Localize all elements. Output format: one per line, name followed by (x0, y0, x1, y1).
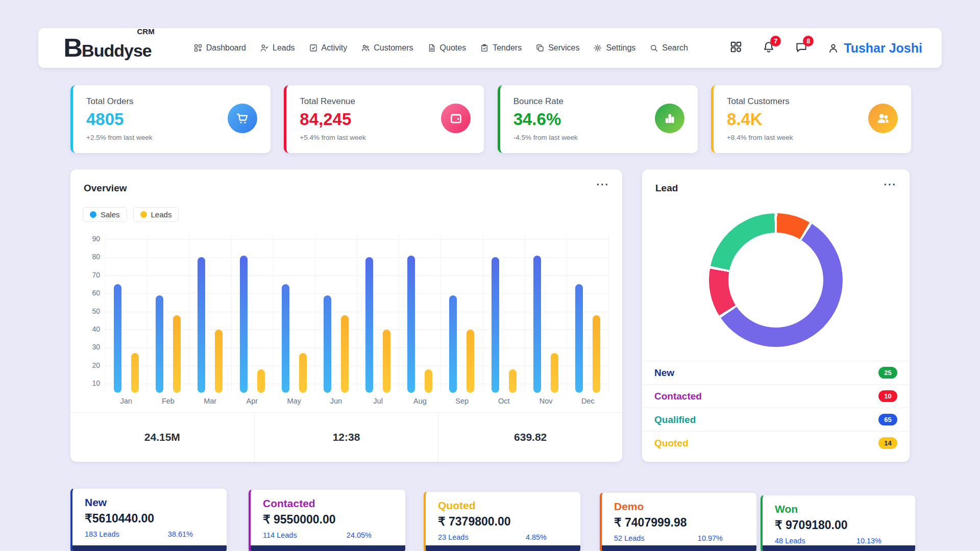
leads-bar-may[interactable] (299, 353, 307, 393)
notifications-count-badge: 7 (770, 36, 781, 46)
leads-bar-nov[interactable] (551, 353, 558, 393)
stat-card-total-revenue[interactable]: Total Revenue 84,245 +5.4% from last wee… (284, 85, 484, 153)
pipeline-title: Won (775, 503, 903, 515)
lead-row-contacted[interactable]: Contacted 10 (642, 384, 910, 408)
leads-bar-oct[interactable] (509, 369, 517, 393)
leads-bar-dec[interactable] (593, 315, 600, 393)
stat-card-total-orders[interactable]: Total Orders 4805 +2.5% from last week (70, 85, 271, 153)
nav-menu: Dashboard Leads Activity Customers Quote… (193, 43, 688, 53)
sales-bar-may[interactable] (282, 284, 289, 393)
pipeline-title: Demo (614, 500, 744, 513)
month-column-mar (189, 235, 231, 393)
legend-item-sales[interactable]: Sales (83, 207, 127, 222)
pipeline-leads: 52 Leads (614, 534, 645, 542)
nav-item-search[interactable]: Search (649, 43, 688, 53)
sales-bar-jan[interactable] (114, 284, 121, 393)
month-column-feb (148, 235, 189, 393)
lead-label: Qualified (654, 414, 696, 425)
pipeline-title: Contacted (263, 497, 393, 510)
pipeline-card-footer (763, 545, 915, 551)
x-axis-label: Sep (441, 397, 483, 405)
lead-donut-chart (709, 213, 843, 347)
sales-bar-jun[interactable] (324, 295, 331, 393)
nav-item-leads[interactable]: Leads (260, 43, 295, 53)
month-column-jan (105, 235, 148, 393)
lead-row-new[interactable]: New 25 (642, 361, 910, 384)
leads-bar-jun[interactable] (341, 315, 349, 393)
lead-row-qualified[interactable]: Qualified 65 (642, 408, 910, 431)
leads-bar-apr[interactable] (257, 369, 265, 393)
user-menu[interactable]: Tushar Joshi (827, 41, 922, 56)
pipeline-amount: ₹5610440.00 (85, 512, 214, 525)
stat-card-total-customers[interactable]: Total Customers 8.4K +8.4% from last wee… (711, 85, 911, 153)
sales-bar-aug[interactable] (407, 256, 415, 393)
leads-bar-sep[interactable] (467, 330, 474, 393)
leads-bar-aug[interactable] (425, 369, 432, 393)
person-icon (827, 42, 839, 54)
layers-icon (535, 43, 545, 53)
ellipsis-icon[interactable]: ⋯ (883, 177, 897, 192)
leads-bar-jul[interactable] (383, 330, 390, 393)
ellipsis-icon[interactable]: ⋯ (596, 177, 610, 192)
pipeline-card-footer (426, 545, 580, 551)
legend-item-leads[interactable]: Leads (133, 207, 179, 222)
apps-grid-button[interactable] (729, 40, 743, 56)
pipeline-card-quoted[interactable]: Quoted ₹ 7379800.00 23 Leads 4.85% (424, 491, 581, 551)
nav-actions: 7 8 Tushar Joshi (729, 40, 922, 56)
nav-item-quotes[interactable]: Quotes (427, 43, 467, 53)
overview-footer-stats: 24.15M 12:38 639.82 (70, 412, 622, 462)
lead-label: Quoted (654, 438, 689, 449)
stat-title: Bounce Rate (513, 96, 684, 107)
pipeline-card-new[interactable]: New ₹5610440.00 183 Leads 38.61% (70, 488, 227, 551)
nav-item-services[interactable]: Services (535, 43, 579, 53)
y-axis-tick: 30 (83, 343, 100, 351)
nav-item-label: Dashboard (206, 43, 246, 53)
people-icon (361, 43, 370, 53)
sales-bar-nov[interactable] (533, 256, 541, 393)
leads-bar-jan[interactable] (131, 353, 139, 393)
sales-dot-icon (90, 211, 96, 218)
month-columns (105, 235, 609, 393)
pipeline-percent: 4.85% (526, 533, 547, 541)
messages-button[interactable]: 8 (795, 40, 808, 56)
sales-bar-sep[interactable] (449, 295, 457, 393)
sales-bar-jul[interactable] (365, 257, 373, 393)
lead-count-badge: 14 (878, 437, 897, 449)
stat-card-bounce-rate[interactable]: Bounce Rate 34.6% -4.5% from last week (498, 85, 698, 153)
nav-item-activity[interactable]: Activity (309, 43, 348, 53)
brand-logo[interactable]: B Buddyse CRM (64, 33, 175, 63)
leads-bar-mar[interactable] (215, 330, 223, 393)
sales-bar-mar[interactable] (198, 257, 205, 393)
x-axis-label: May (273, 397, 315, 405)
pipeline-cards-row: New ₹5610440.00 183 Leads 38.61% Contact… (70, 488, 918, 551)
leads-bar-feb[interactable] (173, 315, 181, 393)
pipeline-amount: ₹ 9550000.00 (263, 513, 393, 527)
nav-item-dashboard[interactable]: Dashboard (193, 43, 246, 53)
pipeline-card-contacted[interactable]: Contacted ₹ 9550000.00 114 Leads 24.05% (249, 489, 406, 551)
legend-label: Sales (101, 210, 120, 219)
notifications-button[interactable]: 7 (762, 40, 775, 56)
search-icon (649, 43, 658, 53)
nav-item-customers[interactable]: Customers (361, 43, 413, 53)
pipeline-card-won[interactable]: Won ₹ 9709180.00 48 Leads 10.13% (761, 495, 916, 551)
nav-item-settings[interactable]: Settings (593, 43, 635, 53)
sales-bar-feb[interactable] (156, 295, 163, 393)
nav-item-label: Services (548, 43, 579, 53)
y-axis-tick: 20 (83, 361, 100, 369)
sales-bar-apr[interactable] (240, 256, 248, 393)
month-column-jun (315, 235, 357, 393)
chart-legend: Sales Leads (83, 207, 179, 222)
pipeline-card-demo[interactable]: Demo ₹ 7407999.98 52 Leads 10.97% (600, 492, 757, 551)
nav-item-tenders[interactable]: Tenders (480, 43, 522, 53)
x-axis-label: Dec (567, 397, 609, 405)
bar-chart-icon (655, 104, 684, 133)
y-axis-tick: 70 (83, 271, 100, 279)
sales-bar-oct[interactable] (492, 257, 499, 393)
x-axis-label: Jan (105, 397, 147, 405)
sales-bar-dec[interactable] (575, 284, 583, 393)
lead-label: Contacted (654, 391, 702, 402)
pipeline-leads: 183 Leads (85, 530, 119, 538)
pipeline-percent: 24.05% (347, 531, 372, 539)
lead-row-quoted[interactable]: Quoted 14 (642, 431, 910, 455)
month-column-dec (567, 235, 609, 393)
